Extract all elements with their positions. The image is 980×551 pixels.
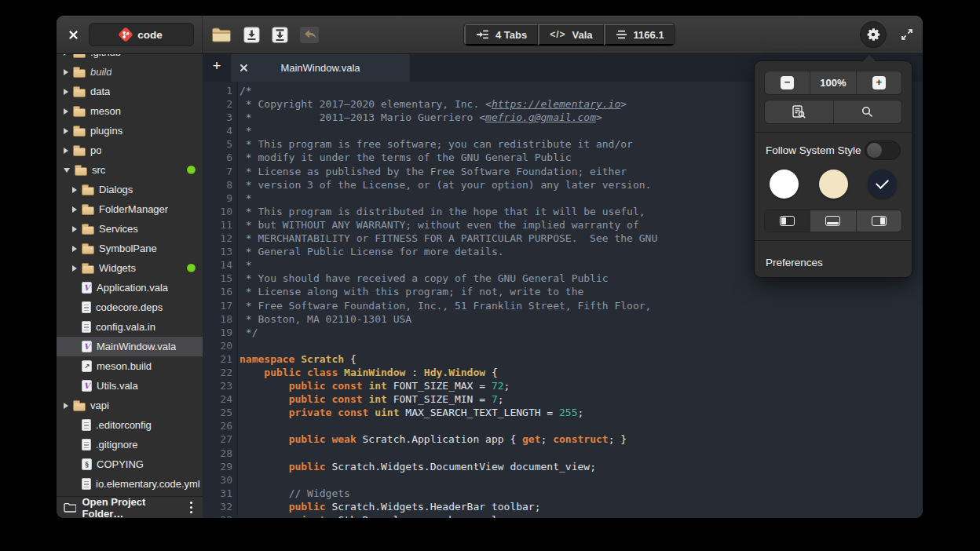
code-line[interactable]: 31 // Widgets: [203, 487, 923, 500]
style-option-sepia[interactable]: [819, 170, 848, 199]
find-in-document-button[interactable]: [765, 100, 834, 123]
sidebar-item-services[interactable]: Services: [57, 219, 203, 239]
vala-file-icon: V: [82, 380, 92, 392]
follow-system-style-toggle[interactable]: [865, 140, 901, 160]
expand-arrow-icon[interactable]: [64, 128, 68, 134]
expand-arrow-icon[interactable]: [64, 108, 68, 115]
tab-close-button[interactable]: [240, 64, 248, 72]
statusbar-group: 4 Tabs </> Vala 1166.1: [463, 23, 675, 46]
sidebar-item-gitignore[interactable]: .gitignore: [57, 435, 203, 454]
code-line[interactable]: 16 * License along with this program; if…: [203, 285, 923, 298]
window-close-button[interactable]: [64, 26, 82, 43]
sidebar-item-dialogs[interactable]: Dialogs: [57, 180, 203, 199]
new-tab-button[interactable]: +: [203, 53, 231, 82]
sidebar-item-codecore-deps[interactable]: codecore.deps: [57, 297, 203, 317]
sidebar-item-utils-vala[interactable]: VUtils.vala: [57, 376, 203, 396]
sidebar-item-vapi[interactable]: vapi: [57, 396, 203, 415]
code-line[interactable]: 27 public weak Scratch.Application app {…: [203, 432, 923, 446]
goto-line-button[interactable]: 1166.1: [604, 24, 675, 46]
fullscreen-button[interactable]: [900, 27, 914, 42]
save-button[interactable]: [243, 27, 260, 43]
search-button[interactable]: [834, 100, 902, 123]
sidebar-item-plugins[interactable]: plugins: [57, 121, 203, 140]
sidebar-item-po[interactable]: po: [57, 140, 203, 160]
open-project-folder-button[interactable]: Open Project Folder…: [82, 496, 181, 519]
code-line[interactable]: 23 public const int FONT_SIZE_MAX = 72;: [203, 379, 923, 392]
code-line[interactable]: 20: [203, 339, 923, 352]
code-line[interactable]: 18 * Boston, MA 02110-1301 USA: [203, 312, 923, 326]
show-bottom-panel-button[interactable]: [810, 210, 856, 232]
code-line[interactable]: 19 */: [203, 326, 923, 339]
code-line[interactable]: 22 public class MainWindow : Hdy.Window …: [203, 366, 923, 379]
zoom-level-button[interactable]: 100%: [810, 71, 856, 94]
sidebar-item-application-vala[interactable]: VApplication.vala: [57, 278, 203, 297]
preferences-menu-item[interactable]: Preferences: [755, 249, 912, 277]
sidebar-item-widgets[interactable]: Widgets: [57, 258, 203, 278]
expand-arrow-icon[interactable]: [64, 89, 68, 95]
expand-arrow-icon[interactable]: [72, 206, 77, 213]
code-line[interactable]: 32 public Scratch.Widgets.HeaderBar tool…: [203, 500, 923, 513]
item-label: data: [90, 86, 110, 97]
sidebar-item-meson[interactable]: meson: [57, 101, 203, 121]
sidebar-item-config-vala-in[interactable]: config.vala.in: [57, 317, 203, 337]
sidebar-item-mainwindow-vala[interactable]: VMainWindow.vala: [57, 337, 203, 356]
folder-icon: [73, 108, 86, 117]
open-file-button[interactable]: [211, 27, 232, 43]
text-file-icon: [82, 321, 91, 333]
expand-arrow-icon[interactable]: [72, 246, 77, 252]
sidebar-item-build[interactable]: build: [57, 62, 203, 82]
line-text: *: [232, 124, 252, 137]
zoom-out-button[interactable]: −: [765, 71, 810, 94]
show-right-panel-button[interactable]: [857, 210, 901, 232]
code-line[interactable]: 33 private Gtk.Revealer search_revealer;: [203, 513, 923, 518]
style-option-light[interactable]: [770, 170, 799, 199]
sidebar-item-src[interactable]: src: [57, 160, 203, 180]
expand-arrow-icon[interactable]: [72, 226, 77, 232]
project-button[interactable]: code: [89, 23, 194, 46]
item-label: Services: [99, 223, 138, 235]
sidebar-item-io-elementary-code-yml[interactable]: io.elementary.code.yml: [57, 474, 203, 494]
line-text: *: [232, 258, 252, 272]
expand-arrow-icon[interactable]: [72, 187, 77, 193]
line-number: 2: [203, 97, 232, 111]
code-line[interactable]: 26: [203, 419, 923, 432]
item-label: build: [90, 66, 112, 78]
sidebar-item-data[interactable]: data: [57, 82, 203, 101]
expand-arrow-icon[interactable]: [64, 403, 68, 409]
code-line[interactable]: 24 public const int FONT_SIZE_MIN = 7;: [203, 392, 923, 406]
expand-arrow-icon[interactable]: [72, 265, 77, 272]
style-option-dark[interactable]: [868, 170, 897, 199]
sidebar-item-foldermanager[interactable]: FolderManager: [57, 199, 203, 219]
undo-button[interactable]: [300, 27, 319, 43]
line-number: 21: [203, 352, 232, 366]
line-text: /*: [232, 84, 252, 97]
item-label: SymbolPane: [99, 243, 157, 254]
sidebar-menu-button[interactable]: [187, 500, 196, 515]
popover-arrow: [863, 55, 876, 61]
tab-settings-button[interactable]: 4 Tabs: [464, 24, 538, 46]
save-as-button[interactable]: [272, 27, 288, 43]
code-line[interactable]: 25 private const uint MAX_SEARCH_TEXT_LE…: [203, 406, 923, 419]
sidebar-item-meson-build[interactable]: ↗meson.build: [57, 356, 203, 376]
expand-arrow-icon[interactable]: [64, 69, 68, 75]
sidebar-item-editorconfig[interactable]: .editorconfig: [57, 415, 203, 435]
show-left-panel-button[interactable]: [765, 210, 810, 232]
code-line[interactable]: 21namespace Scratch {: [203, 352, 923, 366]
expand-arrow-icon[interactable]: [64, 148, 68, 154]
settings-button[interactable]: [860, 21, 887, 48]
line-number: 11: [203, 218, 232, 232]
zoom-in-button[interactable]: +: [857, 71, 901, 94]
code-line[interactable]: 17 * Free Software Foundation, Inc., 51 …: [203, 299, 923, 312]
sidebar-item-github[interactable]: .github: [57, 53, 203, 62]
sidebar-item-symbolpane[interactable]: SymbolPane: [57, 239, 203, 258]
code-line[interactable]: 29 public Scratch.Widgets.DocumentView d…: [203, 460, 923, 473]
plus-icon: +: [872, 76, 886, 89]
language-button[interactable]: </> Vala: [538, 24, 603, 46]
line-number: 32: [203, 500, 232, 513]
code-line[interactable]: 28: [203, 447, 923, 460]
code-line[interactable]: 30: [203, 473, 923, 487]
sidebar-item-copying[interactable]: §COPYING: [57, 454, 203, 474]
tab-mainwindow-vala[interactable]: MainWindow.vala: [231, 53, 410, 82]
collapse-arrow-icon[interactable]: [64, 168, 70, 173]
line-text: * Free Software Foundation, Inc., 51 Fra…: [232, 299, 651, 312]
